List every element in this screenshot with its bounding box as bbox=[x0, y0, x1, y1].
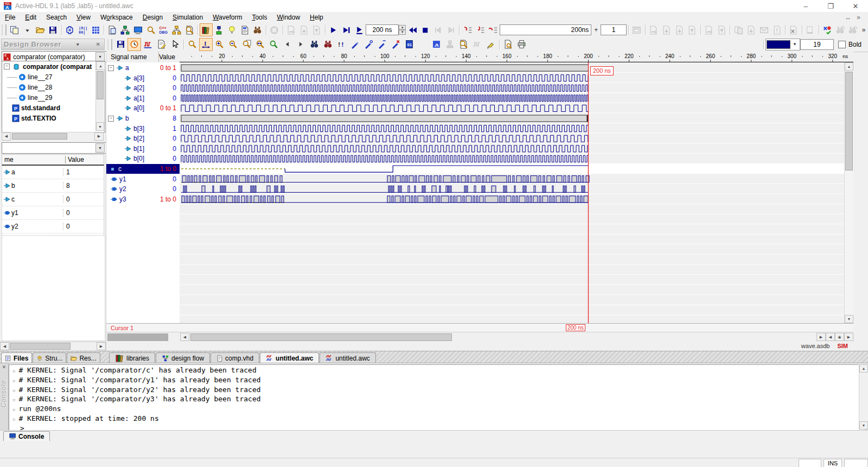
new-document-button[interactable] bbox=[8, 23, 21, 36]
zoom-cursor-button[interactable] bbox=[267, 38, 280, 51]
design-browser-button[interactable] bbox=[251, 23, 264, 36]
toolbar-grip[interactable] bbox=[2, 24, 7, 35]
waveform-horizontal-scrollbar[interactable]: ◀ ▶ ◀ ◉ ▶ bbox=[106, 332, 853, 342]
menu-edit[interactable]: Edit bbox=[20, 12, 41, 22]
signal-name-column-header[interactable]: Signal name bbox=[106, 52, 159, 62]
run-button[interactable] bbox=[327, 23, 340, 36]
zoom-tool-button[interactable] bbox=[186, 38, 199, 51]
table-row-a[interactable]: a1 bbox=[2, 166, 104, 179]
menu-file[interactable]: File bbox=[0, 12, 20, 22]
tab-console[interactable]: Console bbox=[3, 431, 50, 441]
hierarchy-button[interactable] bbox=[170, 23, 183, 36]
zoom-interval-button[interactable]: I bbox=[199, 38, 213, 51]
bold-checkbox-box[interactable] bbox=[838, 41, 846, 48]
new-document-dropdown[interactable] bbox=[21, 23, 34, 36]
panel-pin-icon[interactable]: ▾ bbox=[75, 41, 81, 47]
doc-search-button[interactable] bbox=[457, 38, 470, 51]
trace-over-button[interactable] bbox=[474, 23, 487, 36]
bold-checkbox[interactable]: Bold bbox=[834, 41, 861, 48]
trace-into-button[interactable] bbox=[461, 23, 474, 36]
measure-rise-button[interactable] bbox=[348, 38, 362, 51]
find-button[interactable] bbox=[144, 23, 157, 36]
menu-tools[interactable]: Tools bbox=[247, 12, 272, 22]
menu-simulation[interactable]: Simulation bbox=[168, 12, 208, 22]
compare-waveforms-button[interactable]: 01 bbox=[403, 38, 416, 51]
value-column-header[interactable]: Value bbox=[65, 156, 84, 163]
page-right-icon[interactable]: ▶ bbox=[844, 333, 853, 341]
console-close-icon[interactable]: ✕ bbox=[0, 364, 8, 370]
doc-tab-design-flow[interactable]: design flow bbox=[156, 352, 210, 363]
tree-item-std-textio[interactable]: Pstd.TEXTIO bbox=[2, 113, 105, 123]
run-time-field[interactable]: 200 ns bbox=[366, 24, 399, 35]
restart-button[interactable] bbox=[406, 23, 419, 36]
measure-fall-button[interactable] bbox=[362, 38, 375, 51]
table-row-c[interactable]: c0 bbox=[2, 193, 104, 206]
select-pointer-button[interactable] bbox=[168, 38, 182, 51]
trace-out-button[interactable] bbox=[487, 23, 500, 36]
panel-close-icon[interactable]: ✕ bbox=[94, 41, 102, 47]
next-edge-button[interactable] bbox=[294, 38, 308, 51]
design-tree[interactable]: −comparator (comparatline__27line__28lin… bbox=[2, 61, 105, 132]
report-button[interactable] bbox=[238, 23, 251, 36]
library-manager-button[interactable] bbox=[200, 23, 213, 36]
zoom-out-button[interactable] bbox=[226, 38, 240, 51]
tree-item-line-27[interactable]: line__27 bbox=[2, 72, 105, 82]
save-button[interactable] bbox=[47, 23, 60, 36]
minimize-button[interactable]: – bbox=[793, 1, 818, 12]
run-time-spinner[interactable]: ▲▼ bbox=[399, 25, 406, 35]
tree-horizontal-scrollbar[interactable]: ◀ ▶ bbox=[2, 132, 104, 140]
panel-tab-files[interactable]: Files bbox=[1, 352, 32, 363]
chevron-down-icon[interactable]: ▼ bbox=[95, 52, 105, 61]
cpp-debug-button[interactable]: C++DBG bbox=[157, 23, 170, 36]
cursor-time-flag[interactable]: 200 ns bbox=[590, 66, 614, 75]
tree-item-comparator-comparat[interactable]: −comparator (comparat bbox=[2, 61, 105, 72]
resize-icon[interactable]: ↔ bbox=[845, 14, 851, 21]
wave-font-size-field[interactable]: 19 bbox=[800, 39, 834, 50]
tree-item-std-standard[interactable]: Pstd.standard bbox=[2, 103, 105, 113]
table-row-b[interactable]: b8 bbox=[2, 179, 104, 193]
find-in-files-button[interactable] bbox=[183, 23, 196, 36]
elaborate-button[interactable] bbox=[119, 23, 132, 36]
search-value-button[interactable] bbox=[321, 38, 335, 51]
center-cursor-icon[interactable]: ◉ bbox=[835, 333, 844, 341]
synthesis-button[interactable] bbox=[89, 23, 102, 36]
toolbar-grip[interactable] bbox=[107, 39, 112, 50]
accelerate-button[interactable] bbox=[430, 38, 443, 51]
doc-tab-untitled-awc[interactable]: untitled.awc bbox=[320, 352, 375, 363]
page-left-icon[interactable]: ◀ bbox=[826, 333, 835, 341]
grid-toggle-button[interactable] bbox=[416, 38, 430, 51]
expander-icon[interactable]: − bbox=[4, 64, 10, 70]
panel-horizontal-scrollbar[interactable]: ◀ ▶ bbox=[0, 342, 106, 350]
menu-workspace[interactable]: Workspace bbox=[95, 12, 138, 22]
search-signal-button[interactable] bbox=[308, 38, 321, 51]
menu-window[interactable]: Window bbox=[272, 12, 305, 22]
tree-item-line-28[interactable]: line__28 bbox=[2, 82, 105, 92]
wave-color-combo[interactable]: ▼ bbox=[765, 39, 800, 51]
doc-tab-libraries[interactable]: libraries bbox=[109, 352, 155, 363]
close-button[interactable]: ✕ bbox=[843, 1, 868, 12]
timing-mode-button[interactable] bbox=[127, 38, 141, 51]
signal-filter-combo[interactable]: ▼ bbox=[2, 142, 106, 154]
zoom-in-button[interactable] bbox=[213, 38, 226, 51]
compile-all-button[interactable]: |0||00| bbox=[76, 23, 89, 36]
print-button[interactable] bbox=[515, 38, 528, 51]
zoom-fit-button[interactable] bbox=[253, 38, 267, 51]
open-button[interactable] bbox=[34, 23, 47, 36]
print-preview-button[interactable] bbox=[501, 38, 515, 51]
menu-waveform[interactable]: Waveform bbox=[208, 12, 247, 22]
menu-search[interactable]: Search bbox=[41, 12, 72, 22]
panel-tab-res[interactable]: Res... bbox=[67, 352, 100, 363]
run-for-button[interactable] bbox=[353, 23, 366, 36]
measure-slope-button[interactable] bbox=[375, 38, 389, 51]
waveform-plot[interactable]: 200 ns bbox=[106, 62, 845, 323]
panel-tab-stru[interactable]: Stru... bbox=[33, 352, 66, 363]
copy-design-button[interactable] bbox=[106, 23, 119, 36]
verify-button[interactable] bbox=[821, 23, 834, 36]
edit-properties-button[interactable] bbox=[155, 38, 168, 51]
marker-pen-button[interactable] bbox=[484, 38, 497, 51]
chevron-down-icon[interactable]: ▼ bbox=[95, 143, 105, 153]
prev-edge-button[interactable] bbox=[280, 38, 294, 51]
maximize-button[interactable]: ❐ bbox=[818, 1, 843, 12]
menu-overflow-icon[interactable]: » bbox=[857, 14, 860, 21]
waveform-vertical-scrollbar[interactable]: ▲ ▼ bbox=[844, 62, 853, 323]
